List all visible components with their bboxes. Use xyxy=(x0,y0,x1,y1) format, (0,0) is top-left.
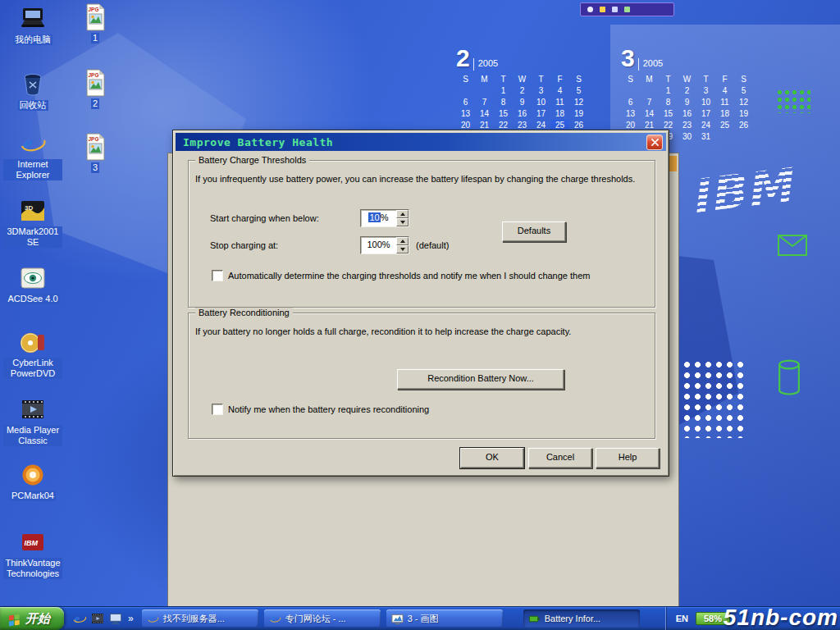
stop-threshold-value: 100% xyxy=(361,237,396,253)
cancel-button[interactable]: Cancel xyxy=(528,448,592,468)
calendar-year: 2005 xyxy=(638,58,663,71)
quicklaunch-overflow-chevron[interactable]: » xyxy=(128,613,134,624)
taskbar-task-battery-information[interactable]: Battery Infor... xyxy=(523,609,640,628)
thresholds-description: If you infrequently use battery power, y… xyxy=(195,174,648,184)
desktop-icon-label: 1 xyxy=(91,33,99,43)
calendar-day: 15 xyxy=(659,108,678,120)
calendar-day: 14 xyxy=(640,108,659,120)
dialog-titlebar[interactable]: Improve Battery Health xyxy=(176,133,666,151)
calendar-day: 31 xyxy=(696,131,715,143)
jpg-icon: JPG xyxy=(80,69,110,97)
close-button[interactable] xyxy=(646,135,663,150)
calendar-day xyxy=(475,85,494,97)
desktop-icon-label: Media Player Classic xyxy=(3,425,62,446)
svg-text:IBM: IBM xyxy=(25,539,39,547)
calendar-day: 26 xyxy=(734,120,753,131)
calendar-day: 4 xyxy=(550,85,569,97)
defaults-button[interactable]: Defaults xyxy=(502,221,566,242)
acdsee-icon xyxy=(18,264,48,292)
calendar-weekday: W xyxy=(678,74,696,85)
checkbox-box[interactable] xyxy=(212,404,223,415)
utility-icon[interactable] xyxy=(587,7,593,12)
recondition-battery-button[interactable]: Recondition Battery Now... xyxy=(397,369,564,390)
spin-up-button[interactable] xyxy=(396,237,409,245)
quicklaunch-desktop-icon[interactable] xyxy=(108,611,123,626)
battery-reconditioning-group: Battery Reconditioning If your battery n… xyxy=(188,313,655,439)
spin-down-button[interactable] xyxy=(396,218,409,226)
calendar-day: 3 xyxy=(696,85,715,97)
taskbar-task-paint[interactable]: 3 - 画图 xyxy=(386,609,503,628)
language-indicator[interactable]: EN xyxy=(676,614,688,623)
recondition-description: If your battery no longer holds a full c… xyxy=(195,326,648,336)
start-button[interactable]: 开始 xyxy=(0,607,64,630)
quicklaunch-ie-icon[interactable]: e xyxy=(72,611,87,626)
desktop-icon-internet-explorer[interactable]: eInternet Explorer xyxy=(3,130,62,180)
calendar-day: 1 xyxy=(659,85,678,97)
desktop-icon-thinkvantage-technologies[interactable]: IBMThinkVantage Technologies xyxy=(3,528,62,579)
desktop-icon-jpg-2[interactable]: JPG2 xyxy=(72,69,118,109)
calendar-day xyxy=(456,85,475,97)
calendar-year: 2005 xyxy=(473,58,498,71)
help-button[interactable]: Help xyxy=(596,448,660,468)
utility-icon[interactable] xyxy=(612,7,618,12)
calendar-day: 1 xyxy=(494,85,513,97)
calendar-weekday: S xyxy=(734,74,753,85)
battery-charge-thresholds-group: Battery Charge Thresholds If you infrequ… xyxy=(188,160,655,308)
desktop-icon-acdsee[interactable]: ACDSee 4.0 xyxy=(3,264,62,304)
calendar-day: 19 xyxy=(569,108,588,120)
battery-icon xyxy=(528,613,541,625)
calendar-day: 19 xyxy=(734,108,753,120)
desktop-icon-jpg-1[interactable]: JPG1 xyxy=(72,3,118,43)
task-label: 3 - 画图 xyxy=(408,613,439,625)
desktop-icon-recycle-bin[interactable]: 回收站 xyxy=(3,71,62,111)
calendar-day: 2 xyxy=(513,85,532,97)
calendar-day: 14 xyxy=(475,108,494,120)
auto-thresholds-checkbox[interactable]: Automatically determine the charging thr… xyxy=(212,270,590,281)
checkbox-box[interactable] xyxy=(212,270,223,281)
stop-threshold-spinner[interactable]: 100% xyxy=(360,236,409,254)
ok-button[interactable]: OK xyxy=(460,448,524,468)
calendar-day: 30 xyxy=(678,131,696,143)
utility-icon[interactable] xyxy=(624,7,630,12)
desktop-icon-jpg-3[interactable]: JPG3 xyxy=(72,133,118,173)
desktop-icon-my-computer[interactable]: 我的电脑 xyxy=(3,5,62,45)
utility-toolbar[interactable] xyxy=(580,2,674,16)
desktop-icon-media-player-classic[interactable]: Media Player Classic xyxy=(3,395,62,446)
calendar-day: 13 xyxy=(621,108,640,120)
ibm-logo: IBM xyxy=(687,155,825,235)
mark3d-icon: 3D xyxy=(18,197,48,225)
spin-up-button[interactable] xyxy=(396,210,409,218)
jpg-icon: JPG xyxy=(80,133,110,161)
checkbox-label: Automatically determine the charging thr… xyxy=(228,271,590,281)
quicklaunch-mpc-icon[interactable] xyxy=(90,611,105,626)
desktop-icon-label: PCMark04 xyxy=(10,491,56,501)
start-charging-label: Start charging when below: xyxy=(210,213,319,223)
notify-recondition-checkbox[interactable]: Notify me when the battery requires reco… xyxy=(212,404,429,415)
calendar-day xyxy=(640,85,659,97)
calendar-day: 9 xyxy=(513,97,532,108)
taskbar-task-server-not-found[interactable]: e找不到服务器... xyxy=(142,609,258,628)
desktop-icon-3dmark2001-se[interactable]: 3D3DMark2001 SE xyxy=(3,197,62,248)
calendar-day: 7 xyxy=(475,97,494,108)
calendar-day: 13 xyxy=(456,108,475,120)
taskbar-task-forum[interactable]: e专门网论坛 - ... xyxy=(264,609,381,628)
desktop-icon-cyberlink-powerdvd[interactable]: CyberLink PowerDVD xyxy=(3,328,62,379)
ie-icon: e xyxy=(269,613,281,625)
start-threshold-value: 10% xyxy=(361,210,396,226)
start-threshold-spinner[interactable]: 10% xyxy=(360,209,409,227)
calendar-march: 32005SMTWTFS1234567891011121314151617181… xyxy=(621,44,753,143)
desktop-icon-pcmark04[interactable]: PCMark04 xyxy=(3,461,62,501)
paint-icon xyxy=(391,613,404,625)
keyboard-grid-decoration xyxy=(776,89,810,113)
calendar-day: 11 xyxy=(715,97,734,108)
calendar-day: 23 xyxy=(678,120,696,131)
calendar-day: 16 xyxy=(513,108,532,120)
start-label: 开始 xyxy=(25,611,50,627)
calendar-weekday: F xyxy=(550,74,569,85)
quick-launch: e xyxy=(72,611,123,626)
calendar-day: 18 xyxy=(550,108,569,120)
calendar-day: 4 xyxy=(715,85,734,97)
calendar-day: 8 xyxy=(494,97,513,108)
utility-icon[interactable] xyxy=(600,7,605,12)
spin-down-button[interactable] xyxy=(396,245,409,253)
